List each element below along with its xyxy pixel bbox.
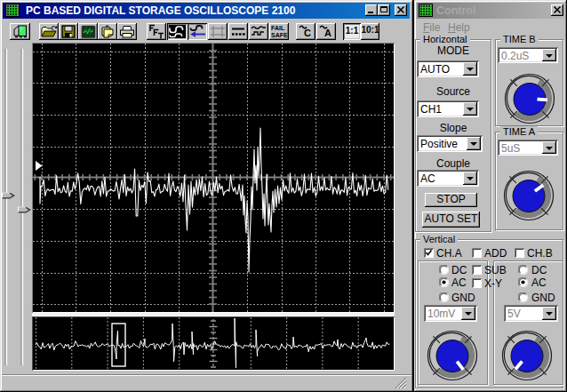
svg-text:C: C xyxy=(304,28,311,38)
svg-text:A: A xyxy=(324,28,331,38)
